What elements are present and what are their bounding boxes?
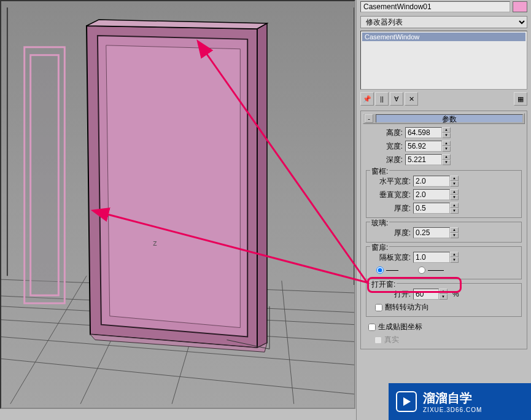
svg-marker-17 xyxy=(257,23,267,348)
height-input[interactable] xyxy=(405,127,442,138)
watermark-cn: 溜溜自学 xyxy=(423,390,482,406)
watermark: 溜溜自学 ZIXUE.3D66.COM xyxy=(389,383,531,420)
rollup-toggle[interactable]: - xyxy=(365,114,373,123)
object-color-swatch[interactable] xyxy=(513,1,527,12)
flip-label: 翻转转动方向 xyxy=(385,302,429,313)
horiz-width-input[interactable] xyxy=(413,176,450,187)
svg-marker-25 xyxy=(403,397,411,406)
svg-marker-19 xyxy=(106,45,240,328)
pin-stack-button[interactable]: 📌 xyxy=(360,92,374,106)
separator-width-input[interactable] xyxy=(413,252,450,263)
glass-thick-input[interactable] xyxy=(413,227,450,238)
svg-rect-13 xyxy=(31,55,59,295)
open-input[interactable] xyxy=(413,289,439,300)
spin-down[interactable]: ▼ xyxy=(450,208,459,214)
separator-width-label: 隔板宽度: xyxy=(374,252,411,263)
percent-label: % xyxy=(452,290,459,298)
watermark-en: ZIXUE.3D66.COM xyxy=(423,406,482,413)
width-spin-down[interactable]: ▼ xyxy=(442,146,451,152)
width-input[interactable] xyxy=(405,141,442,152)
object-name-input[interactable] xyxy=(360,1,510,12)
modifier-stack[interactable]: CasementWindow xyxy=(360,31,527,90)
viewport-perspective[interactable]: z xyxy=(0,0,355,409)
play-icon xyxy=(396,391,417,412)
show-end-result-button[interactable]: || xyxy=(375,92,389,106)
width-spin-up[interactable]: ▲ xyxy=(442,141,451,146)
vert-width-label: 垂直宽度: xyxy=(374,190,411,200)
height-spin-down[interactable]: ▼ xyxy=(442,133,451,138)
spin-down[interactable]: ▼ xyxy=(450,233,459,238)
remove-modifier-button[interactable]: ✕ xyxy=(405,92,418,106)
svg-line-5 xyxy=(1,359,354,394)
pane-group-label: 窗扉: xyxy=(370,243,389,253)
open-window-group-label: 打开窗: xyxy=(370,279,397,290)
spin-up[interactable]: ▲ xyxy=(450,189,459,195)
flip-checkbox[interactable] xyxy=(375,304,382,311)
spin-up[interactable]: ▲ xyxy=(450,227,459,233)
depth-spin-up[interactable]: ▲ xyxy=(442,154,451,160)
real-label: 真实 xyxy=(384,335,399,345)
pane-radio-two[interactable] xyxy=(418,266,444,274)
horiz-width-label: 水平宽度: xyxy=(374,176,411,187)
frame-group-label: 窗框: xyxy=(370,166,389,177)
depth-label: 深度: xyxy=(366,155,403,165)
real-checkbox xyxy=(374,336,382,344)
stack-item[interactable]: CasementWindow xyxy=(362,33,525,41)
gen-map-checkbox[interactable] xyxy=(368,324,376,331)
spin-down[interactable]: ▼ xyxy=(450,195,459,200)
gen-map-label: 生成贴图坐标 xyxy=(378,322,422,332)
glass-thick-label: 厚度: xyxy=(374,228,411,238)
spin-up[interactable]: ▲ xyxy=(450,203,459,208)
configure-modifier-button[interactable]: ▦ xyxy=(514,92,527,106)
modify-panel: 修改器列表 CasementWindow 📌 || ∀ ✕ ▦ - 参数 高度:… xyxy=(356,0,531,420)
modifier-list-dropdown[interactable]: 修改器列表 xyxy=(360,16,527,28)
open-label: 打开: xyxy=(374,289,411,300)
depth-spin-down[interactable]: ▼ xyxy=(442,160,451,165)
height-spin-up[interactable]: ▲ xyxy=(442,127,451,133)
svg-line-9 xyxy=(282,281,294,404)
glass-group-label: 玻璃: xyxy=(370,218,389,228)
height-label: 高度: xyxy=(366,128,403,138)
spin-down[interactable]: ▼ xyxy=(439,294,448,300)
vert-width-input[interactable] xyxy=(413,189,450,200)
spin-up[interactable]: ▲ xyxy=(450,252,459,257)
frame-thick-input[interactable] xyxy=(413,203,450,214)
spin-down[interactable]: ▼ xyxy=(450,257,459,263)
spin-down[interactable]: ▼ xyxy=(450,181,459,187)
width-label: 宽度: xyxy=(366,141,403,152)
spin-up[interactable]: ▲ xyxy=(439,289,448,294)
frame-thick-label: 厚度: xyxy=(374,203,411,214)
axis-label-z: z xyxy=(153,238,157,247)
make-unique-button[interactable]: ∀ xyxy=(390,92,403,106)
pane-radio-one[interactable] xyxy=(376,266,398,274)
depth-input[interactable] xyxy=(405,154,442,165)
rollup-title: 参数 xyxy=(376,114,523,123)
spin-up[interactable]: ▲ xyxy=(450,176,459,181)
